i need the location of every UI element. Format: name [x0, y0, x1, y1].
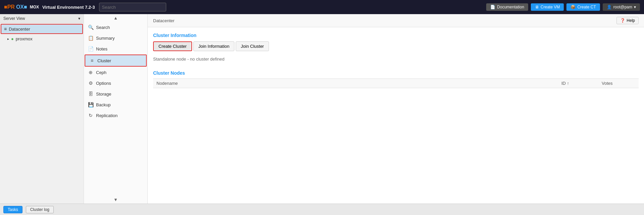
server-view-label: Server View — [3, 16, 25, 21]
sidebar-item-datacenter[interactable]: ≡ Datacenter — [1, 24, 83, 34]
join-cluster-label: Join Cluster — [241, 44, 264, 49]
chevron-down-icon: ▾ — [634, 5, 636, 9]
col-nodename: Nodename — [153, 79, 558, 88]
create-ct-button[interactable]: 📦 Create CT — [566, 3, 600, 11]
tab-tasks[interactable]: Tasks — [3, 206, 22, 213]
nav-search-label: Search — [96, 25, 110, 30]
create-cluster-button[interactable]: Create Cluster — [153, 41, 192, 51]
sidebar-item-proxmox[interactable]: ▸ ● proxmox — [0, 35, 84, 43]
user-menu-button[interactable]: 👤 root@pam ▾ — [603, 3, 640, 11]
search-icon: 🔍 — [88, 25, 93, 30]
storage-icon: 🗄 — [88, 91, 93, 97]
doc-label: Documentation — [497, 5, 524, 9]
id-header: ID ↑ — [561, 81, 569, 86]
nav-scroll-down[interactable]: ▼ — [84, 196, 147, 204]
nav-scroll-up[interactable]: ▲ — [84, 14, 147, 22]
help-button[interactable]: ❓ Help — [616, 17, 639, 24]
logo-mox: OX■ — [16, 4, 27, 10]
backup-icon: 💾 — [88, 102, 93, 107]
create-cluster-label: Create Cluster — [158, 44, 187, 49]
chevron-down-icon: ▾ — [78, 16, 80, 21]
datacenter-icon: ≡ — [4, 26, 7, 32]
documentation-button[interactable]: 📄 Documentation — [486, 3, 528, 11]
main-wrapper: Server View ▾ ≡ Datacenter ▸ ● proxmox ▲… — [0, 14, 644, 204]
nav-item-summary[interactable]: 📋 Summary — [84, 33, 147, 43]
help-label: Help — [627, 18, 635, 23]
node-status-icon: ● — [11, 36, 14, 41]
sidebar-header: Server View ▾ — [0, 14, 84, 23]
cluster-log-label: Cluster log — [30, 207, 49, 212]
options-icon: ⚙ — [88, 80, 93, 86]
logo: ■PROX■ MOX Virtual Environment 7.2-3 — [4, 4, 95, 10]
createvm-label: Create VM — [541, 5, 560, 9]
summary-icon: 📋 — [88, 35, 93, 41]
nav-options-label: Options — [96, 81, 111, 86]
app-title: Virtual Environment 7.2-3 — [42, 5, 95, 10]
nodename-header: Nodename — [156, 81, 178, 86]
nav-item-replication[interactable]: ↻ Replication — [84, 110, 147, 121]
nav-item-backup[interactable]: 💾 Backup — [84, 99, 147, 110]
nav-item-cluster[interactable]: ≡ Cluster — [85, 55, 147, 67]
notes-icon: 📄 — [88, 46, 93, 51]
sidebar: Server View ▾ ≡ Datacenter ▸ ● proxmox — [0, 14, 84, 204]
doc-icon: 📄 — [490, 5, 495, 9]
create-vm-button[interactable]: 🖥 Create VM — [531, 3, 564, 11]
votes-header: Votes — [602, 81, 613, 86]
nodes-table: Nodename ID ↑ Votes — [153, 79, 639, 88]
proxmox-label: proxmox — [16, 36, 33, 41]
logo-mox2: MOX — [30, 5, 39, 9]
nodes-table-header-row: Nodename ID ↑ Votes — [153, 79, 639, 88]
datacenter-label: Datacenter — [9, 27, 30, 32]
breadcrumb: Datacenter — [153, 18, 175, 23]
nav-cluster-label: Cluster — [97, 58, 111, 63]
logo-prox: ■PR — [4, 4, 15, 10]
topbar-search-input[interactable] — [99, 3, 166, 11]
join-information-button[interactable]: Join Information — [193, 41, 235, 51]
nav-replication-label: Replication — [96, 113, 118, 118]
nav-summary-label: Summary — [96, 36, 115, 41]
topbar: ■PROX■ MOX Virtual Environment 7.2-3 📄 D… — [0, 0, 644, 14]
sidebar-tree: ≡ Datacenter ▸ ● proxmox — [0, 23, 84, 204]
cluster-icon: ≡ — [89, 58, 95, 63]
content-header: Datacenter ❓ Help — [148, 14, 644, 27]
nav-item-notes[interactable]: 📄 Notes — [84, 43, 147, 54]
cluster-buttons: Create Cluster Join Information Join Clu… — [153, 41, 639, 51]
join-cluster-button[interactable]: Join Cluster — [236, 41, 269, 51]
col-votes: Votes — [598, 79, 639, 88]
cluster-info-title: Cluster Information — [153, 33, 639, 38]
box-icon: 📦 — [570, 5, 576, 9]
topbar-right: 📄 Documentation 🖥 Create VM 📦 Create CT … — [486, 3, 640, 11]
replication-icon: ↻ — [88, 113, 93, 118]
tasks-label: Tasks — [8, 207, 18, 212]
standalone-text: Standalone node - no cluster defined — [153, 55, 639, 64]
nav-item-ceph[interactable]: ⊕ Ceph — [84, 67, 147, 78]
nav-ceph-label: Ceph — [96, 70, 106, 75]
cluster-nodes-title: Cluster Nodes — [153, 70, 639, 79]
join-info-label: Join Information — [198, 44, 230, 49]
nav-storage-label: Storage — [96, 92, 111, 97]
expand-icon: ▸ — [7, 37, 9, 41]
tab-cluster-log[interactable]: Cluster log — [26, 206, 54, 213]
monitor-icon: 🖥 — [535, 5, 539, 9]
question-icon: ❓ — [620, 18, 625, 23]
nav-item-search[interactable]: 🔍 Search — [84, 22, 147, 33]
nav-backup-label: Backup — [96, 102, 110, 107]
nav-notes-label: Notes — [96, 46, 107, 51]
nav-item-options[interactable]: ⚙ Options — [84, 78, 147, 88]
user-label: root@pam — [613, 5, 632, 9]
nav-panel: ▲ 🔍 Search 📋 Summary 📄 Notes ≡ Cluster ⊕… — [84, 14, 148, 204]
user-icon: 👤 — [607, 5, 612, 9]
content-body: Cluster Information Create Cluster Join … — [148, 27, 644, 204]
nodes-table-head: Nodename ID ↑ Votes — [153, 79, 639, 88]
bottom-bar: Tasks Cluster log — [0, 204, 644, 215]
content-area: Datacenter ❓ Help Cluster Information Cr… — [148, 14, 644, 204]
col-id[interactable]: ID ↑ — [558, 79, 598, 88]
createct-label: Create CT — [577, 5, 596, 9]
nav-item-storage[interactable]: 🗄 Storage — [84, 88, 147, 99]
ceph-icon: ⊕ — [88, 70, 93, 75]
